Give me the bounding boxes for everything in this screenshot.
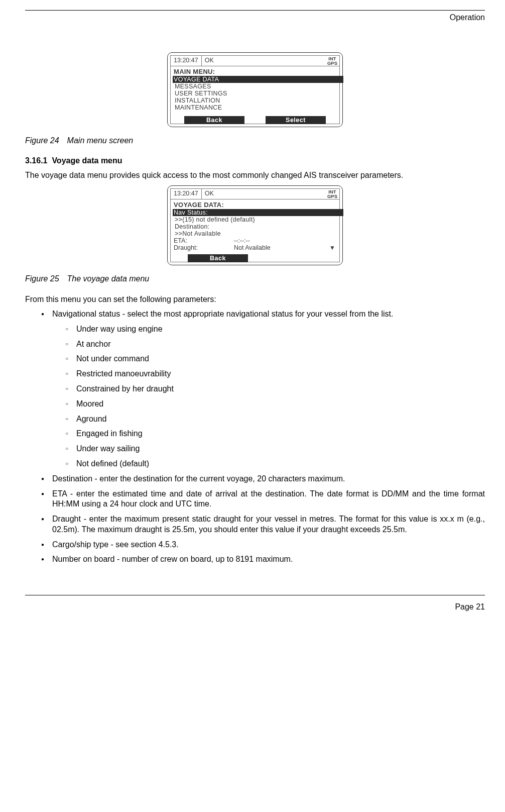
list-item: Engaged in fishing [65, 429, 485, 439]
list-item: Under way using engine [65, 324, 485, 335]
screen2-gps: INT GPS [325, 189, 339, 199]
figure-24-caption: Figure 24Main menu screen [25, 136, 485, 145]
screen1-title: MAIN MENU: [174, 68, 336, 75]
menu-item-maintenance[interactable]: MAINTENANCE [174, 104, 336, 111]
screen2-title: VOYAGE DATA: [174, 201, 336, 209]
list-item: Draught - enter the maximum present stat… [41, 514, 485, 535]
draught-label[interactable]: Draught: [174, 244, 234, 251]
menu-item-installation[interactable]: INSTALLATION [174, 97, 336, 104]
back-button[interactable]: Back [184, 116, 244, 124]
menu-item-voyage-data[interactable]: VOYAGE DATA [173, 76, 343, 83]
scroll-down-icon[interactable]: ▼ [329, 244, 335, 251]
list-item: Not under command [65, 354, 485, 364]
list-item: ETA - enter the estimated time and date … [41, 489, 485, 510]
list-item: Cargo/ship type - see section 4.5.3. [41, 540, 485, 550]
figure-25-screenshot: 13:20:47 OK INT GPS VOYAGE DATA: Nav Sta… [25, 185, 485, 265]
paragraph-intro: The voyage data menu provides quick acce… [25, 170, 485, 180]
list-item: Under way sailing [65, 444, 485, 454]
parameter-list: Navigational status - select the most ap… [41, 309, 485, 565]
destination-value: >>Not Available [174, 230, 336, 237]
figure-24-screenshot: 13:20:47 OK INT GPS MAIN MENU: VOYAGE DA… [25, 52, 485, 127]
paragraph-params: From this menu you can set the following… [25, 294, 485, 304]
select-button[interactable]: Select [266, 116, 326, 124]
screen2-status: OK [202, 189, 325, 199]
nav-status-options: Under way using engine At anchor Not und… [65, 324, 485, 469]
list-item: Number on board - number of crew on boar… [41, 554, 485, 565]
menu-item-messages[interactable]: MESSAGES [174, 83, 336, 90]
screen1-gps: INT GPS [325, 56, 339, 66]
nav-status-value: >>(15) not defined (default) [174, 216, 336, 223]
back-button[interactable]: Back [188, 254, 248, 262]
section-heading: 3.16.1 Voyage data menu [25, 156, 485, 165]
screen1-time: 13:20:47 [171, 56, 202, 66]
list-item: Aground [65, 414, 485, 425]
menu-item-user-settings[interactable]: USER SETTINGS [174, 90, 336, 97]
draught-value: Not Available [234, 244, 329, 251]
list-item: Navigational status - select the most ap… [41, 309, 485, 469]
page-number: Page 21 [25, 602, 485, 612]
screen2-time: 13:20:47 [171, 189, 202, 199]
list-item: Destination - enter the destination for … [41, 474, 485, 484]
screen1-status: OK [202, 56, 325, 66]
list-item: Restricted manoeuvrability [65, 369, 485, 379]
list-item: At anchor [65, 339, 485, 350]
list-item: Constrained by her draught [65, 384, 485, 394]
header-section: Operation [25, 13, 485, 22]
list-item: Not defined (default) [65, 459, 485, 469]
list-item: Moored [65, 399, 485, 410]
eta-label[interactable]: ETA: [174, 237, 234, 244]
nav-status-label[interactable]: Nav Status: [173, 209, 343, 216]
figure-25-caption: Figure 25The voyage data menu [25, 274, 485, 283]
destination-label[interactable]: Destination: [174, 223, 336, 230]
eta-value: --:--:-- [234, 237, 250, 244]
